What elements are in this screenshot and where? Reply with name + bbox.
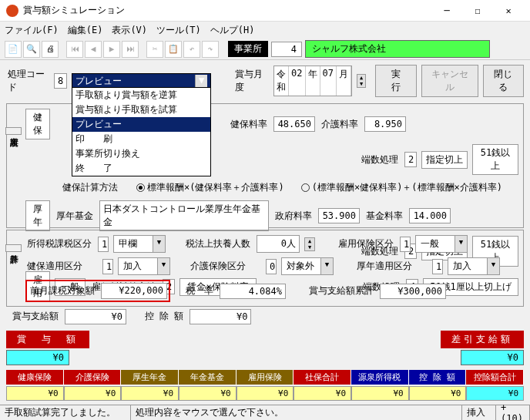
tool-cut-icon[interactable]: ✂: [146, 41, 163, 58]
era-date[interactable]: 令和 02 年 07 月: [273, 66, 352, 96]
tool-find-icon[interactable]: 🔍: [23, 41, 40, 58]
cancel-button: キャンセル: [421, 65, 478, 97]
koyou-kubun-label: 雇用保険区分: [337, 236, 395, 252]
menu-edit[interactable]: 編集(E): [68, 24, 103, 37]
dd-item-2[interactable]: プレビュー: [72, 117, 210, 132]
tool-print-icon[interactable]: 🖨: [42, 41, 59, 58]
bottom-val-0: ¥0: [6, 386, 64, 401]
shouyo-label: 賞 与 額: [6, 331, 89, 348]
bottom-header-1: 介護保険: [64, 370, 122, 385]
bottom-val-3: ¥0: [179, 386, 236, 401]
close-button[interactable]: ✕: [493, 0, 524, 22]
maximize-button[interactable]: ☐: [462, 0, 493, 22]
round1-opt[interactable]: 51銭以上: [472, 144, 518, 175]
month-label: 賞与月度: [233, 66, 269, 96]
tool-redo-icon[interactable]: ↷: [202, 41, 219, 58]
menu-file[interactable]: ファイル(F): [5, 24, 59, 37]
minimize-button[interactable]: ─: [431, 0, 462, 22]
tool-undo-icon[interactable]: ↶: [183, 41, 200, 58]
menu-view[interactable]: 表示(V): [112, 24, 147, 37]
shotoku-label: 所得税課税区分: [25, 236, 93, 252]
bottom-val-1: ¥0: [64, 386, 122, 401]
tool-last-icon[interactable]: ⏭: [122, 41, 139, 58]
menu-tool[interactable]: ツール(T): [156, 24, 201, 37]
close-panel-button[interactable]: 閉じる: [483, 65, 524, 97]
proc-code-label: 処理コード: [6, 66, 49, 96]
proc-dropdown-list: 手取額より賞与額を逆算 賞与額より手取額を試算 プレビュー 印 刷 事業所切り換…: [72, 87, 211, 176]
kaigo-kubun-v[interactable]: 0: [266, 259, 277, 274]
bottom-val-8: ¥0: [466, 386, 524, 401]
kenpo-kubun-v[interactable]: 1: [102, 259, 113, 274]
dropdown-arrow-icon[interactable]: ▼: [195, 75, 207, 88]
status-plus: +(10): [496, 405, 530, 420]
status-msg1: 手取額試算完了しました。: [0, 405, 131, 420]
status-ins: 挿入: [462, 405, 496, 420]
dd-item-3[interactable]: 印 刷: [72, 132, 210, 146]
kikin-rate-value[interactable]: 14.000: [409, 208, 451, 223]
gov-rate-value[interactable]: 53.900: [318, 208, 360, 223]
proc-dropdown-selected: プレビュー: [75, 75, 122, 88]
shikyuu-value: ¥0: [65, 309, 126, 324]
shotoku-combo[interactable]: 甲欄▼: [113, 235, 166, 253]
koujo-value: ¥0: [190, 309, 251, 324]
status-msg2: 処理内容をマウスで選んで下さい。: [131, 405, 462, 420]
kaigo-kubun-combo[interactable]: 対象外▼: [281, 257, 334, 275]
kounen-label: 厚年: [25, 200, 50, 231]
menu-help[interactable]: ヘルプ(H): [210, 24, 255, 37]
execute-button[interactable]: 実 行: [375, 65, 416, 97]
fuyou-label: 税法上扶養人数: [184, 236, 252, 252]
zengetsu-label: 前月課税対象額: [29, 283, 96, 299]
tool-next-icon[interactable]: ▶: [103, 41, 120, 58]
ruikei-value[interactable]: ¥300,000: [380, 284, 446, 299]
zeiritsu-value: 4.084%: [220, 284, 286, 299]
shikyuu-label: 賞与支給額: [11, 308, 60, 324]
kenpo-label: 健保: [25, 109, 50, 139]
bottom-header-4: 雇用保険: [236, 370, 294, 385]
radio-calc2[interactable]: (標準報酬×健保料率)＋(標準報酬×介護料率): [301, 181, 502, 194]
radio-calc1[interactable]: 標準報酬×(健保料率＋介護料率): [136, 181, 284, 194]
tool-copy-icon[interactable]: 📋: [165, 41, 182, 58]
bottom-header-2: 厚生年金: [121, 370, 179, 385]
fuyou-spinner[interactable]: ▲▼: [304, 237, 315, 251]
month-spinner[interactable]: ▲▼: [357, 74, 366, 88]
sashihiki-label: 差引支給額: [441, 331, 524, 348]
koyou-kubun-combo[interactable]: 一般▼: [415, 235, 468, 253]
kaigo-rate-value[interactable]: 8.950: [364, 116, 406, 132]
bottom-header-8: 控除額合計: [466, 370, 524, 385]
shotoku-v[interactable]: 1: [98, 237, 109, 252]
bottom-val-4: ¥0: [236, 386, 294, 401]
dd-item-1[interactable]: 賞与額より手取額を試算: [72, 102, 210, 117]
dd-item-4[interactable]: 事業所切り換え: [72, 146, 210, 161]
gov-rate-label: 政府料率: [273, 208, 314, 224]
kikin-rate-label: 基金料率: [364, 208, 404, 224]
office-name: シャルフ株式会社: [305, 40, 490, 58]
proc-code-input[interactable]: 8: [54, 73, 67, 89]
bottom-header-7: 控 除 額: [409, 370, 467, 385]
koyou-kubun-v[interactable]: 1: [400, 237, 411, 252]
dd-item-5[interactable]: 終 了: [72, 161, 210, 176]
tool-prev-icon[interactable]: ◀: [85, 41, 102, 58]
bottom-header-0: 健康保険: [6, 370, 64, 385]
tool-first-icon[interactable]: ⏮: [66, 41, 83, 58]
bottom-header-6: 源泉所得税: [351, 370, 409, 385]
dd-item-0[interactable]: 手取額より賞与額を逆算: [72, 88, 210, 102]
shouyo-value: ¥0: [6, 350, 69, 365]
zeiritsu-label: 税 率: [184, 283, 215, 299]
bottom-val-6: ¥0: [351, 386, 409, 401]
bottom-val-7: ¥0: [409, 386, 467, 401]
koujo-label: 控 除 額: [143, 308, 185, 324]
zengetsu-value[interactable]: ¥220,000: [101, 283, 167, 299]
kounen-kubun-v[interactable]: 1: [432, 259, 443, 274]
kikin-label: 厚年基金: [55, 208, 95, 224]
bottom-val-2: ¥0: [121, 386, 179, 401]
round1-label: 端数処理: [360, 152, 400, 168]
kikin-name[interactable]: 日本ダストコントロール業厚生年金基金: [99, 200, 269, 231]
kenpo-kubun-combo[interactable]: 加入▼: [118, 257, 170, 275]
proc-dropdown[interactable]: プレビュー▼ 手取額より賞与額を逆算 賞与額より手取額を試算 プレビュー 印 刷…: [72, 73, 211, 89]
tool-doc-icon[interactable]: 📄: [5, 41, 22, 58]
kounen-kubun-combo[interactable]: 加入▼: [448, 257, 500, 275]
kenpo-rate-value[interactable]: 48.650: [273, 116, 315, 132]
fuyou-value[interactable]: 0人: [257, 235, 300, 253]
ruikei-label: 賞与支給額累計: [307, 283, 375, 299]
round1-value[interactable]: 2: [404, 152, 417, 167]
